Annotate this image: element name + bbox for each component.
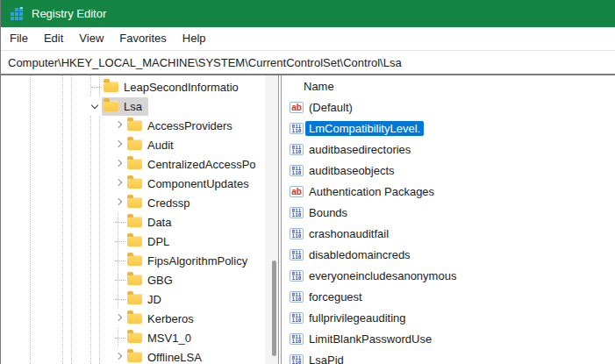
- binary-value-icon: 011110: [290, 123, 304, 134]
- tree-item-label: Lsa: [120, 99, 146, 114]
- menu-favorites[interactable]: Favorites: [111, 27, 174, 50]
- value-name-label: LimitBlankPasswordUse: [305, 332, 435, 346]
- tree-item-label: FipsAlgorithmPolicy: [144, 253, 251, 268]
- menu-help[interactable]: Help: [175, 27, 214, 50]
- tree-item-fipsalgorithmpolicy[interactable]: FipsAlgorithmPolicy: [1, 251, 278, 270]
- registry-value-forceguest[interactable]: 011110 forceguest: [282, 286, 615, 307]
- tree-item-componentupdates[interactable]: ComponentUpdates: [1, 174, 278, 193]
- value-name-label: LmCompatibilityLevel.: [305, 121, 424, 136]
- registry-value-fullprivilegeauditing[interactable]: 011110 fullprivilegeauditing: [282, 307, 615, 328]
- tree-item-msv1_0[interactable]: MSV1_0: [1, 328, 278, 347]
- window-title: Registry Editor: [32, 7, 106, 20]
- tree-item-jd[interactable]: JD: [1, 289, 278, 309]
- tree-chevron-icon[interactable]: [88, 96, 102, 116]
- value-name-label: everyoneincludesanonymous: [305, 268, 460, 283]
- tree-item-label: GBG: [144, 273, 176, 288]
- folder-icon: [127, 332, 142, 343]
- tree-item-offlinelsa[interactable]: OfflineLSA: [1, 347, 278, 364]
- value-name-label: Bounds: [305, 205, 351, 220]
- tree-chevron-icon[interactable]: [111, 328, 125, 347]
- tree-item-kerberos[interactable]: Kerberos: [1, 309, 278, 328]
- registry-value-everyoneincludesanonymous[interactable]: 011110 everyoneincludesanonymous: [282, 265, 615, 286]
- tree-item-dpl[interactable]: DPL: [1, 232, 278, 251]
- folder-icon: [127, 236, 142, 246]
- tree-chevron-icon[interactable]: [111, 309, 125, 328]
- tree-chevron-icon[interactable]: [111, 251, 125, 270]
- folder-icon: [127, 313, 142, 324]
- values-panel: Name ab (Default) 011110 LmCompatibility…: [281, 75, 615, 364]
- tree-scrollbar-track[interactable]: [265, 75, 278, 364]
- tree-item-centralizedaccesspo[interactable]: CentralizedAccessPo: [1, 154, 278, 174]
- binary-value-icon: 011110: [290, 228, 304, 239]
- value-name-label: auditbaseobjects: [305, 163, 398, 178]
- registry-value--default-[interactable]: ab (Default): [282, 96, 615, 118]
- registry-value-authentication-packages[interactable]: ab Authentication Packages: [282, 181, 615, 202]
- value-name-label: forceguest: [305, 289, 366, 304]
- tree-item-accessproviders[interactable]: AccessProviders: [1, 116, 278, 135]
- tree-item-label: OfflineLSA: [144, 350, 205, 364]
- string-value-icon: ab: [290, 186, 304, 197]
- registry-value-lsapid[interactable]: 011110 LsaPid: [282, 349, 615, 364]
- folder-icon: [127, 159, 142, 169]
- tree-chevron-icon[interactable]: [111, 154, 125, 174]
- value-name-label: Authentication Packages: [305, 184, 438, 199]
- menu-bar: FileEditViewFavoritesHelp: [1, 27, 615, 51]
- value-name-label: (Default): [305, 100, 356, 115]
- folder-icon: [127, 352, 142, 362]
- tree-item-credssp[interactable]: Credssp: [1, 193, 278, 212]
- tree-chevron-icon[interactable]: [111, 347, 125, 364]
- menu-edit[interactable]: Edit: [36, 27, 71, 50]
- registry-value-lmcompatibilitylevel-[interactable]: 011110 LmCompatibilityLevel.: [282, 118, 615, 139]
- title-bar: Registry Editor: [1, 0, 615, 27]
- registry-editor-window: Registry Editor FileEditViewFavoritesHel…: [0, 0, 615, 364]
- menu-file[interactable]: File: [2, 27, 36, 50]
- tree-chevron-icon[interactable]: [111, 289, 125, 309]
- registry-value-auditbasedirectories[interactable]: 011110 auditbasedirectories: [282, 139, 615, 160]
- value-name-label: fullprivilegeauditing: [305, 310, 410, 325]
- folder-icon: [127, 120, 142, 131]
- binary-value-icon: 011110: [290, 291, 304, 303]
- registry-value-crashonauditfail[interactable]: 011110 crashonauditfail: [282, 223, 615, 244]
- value-name-label: crashonauditfail: [305, 226, 392, 241]
- folder-icon: [127, 217, 142, 227]
- binary-value-icon: 011110: [290, 333, 304, 345]
- binary-value-icon: 011110: [290, 249, 304, 261]
- tree-chevron-icon[interactable]: [111, 174, 125, 193]
- tree: LeapSecondInformatio Lsa AccessProviders…: [1, 75, 278, 364]
- registry-value-auditbaseobjects[interactable]: 011110 auditbaseobjects: [282, 160, 615, 181]
- registry-app-icon: [10, 7, 24, 21]
- tree-item-data[interactable]: Data: [1, 212, 278, 232]
- registry-value-disabledomaincreds[interactable]: 011110 disabledomaincreds: [282, 244, 615, 265]
- tree-chevron-icon[interactable]: [111, 232, 125, 251]
- tree-item-label: MSV1_0: [144, 331, 195, 346]
- tree-scrollbar-thumb[interactable]: [272, 261, 276, 356]
- registry-value-bounds[interactable]: 011110 Bounds: [282, 202, 615, 223]
- address-bar: [1, 51, 615, 75]
- registry-value-limitblankpassworduse[interactable]: 011110 LimitBlankPasswordUse: [282, 328, 615, 349]
- tree-chevron-icon[interactable]: [111, 193, 125, 212]
- tree-item-label: CentralizedAccessPo: [144, 157, 260, 172]
- tree-item-lsa[interactable]: Lsa: [1, 96, 278, 116]
- address-input[interactable]: [1, 51, 615, 74]
- registry-tree-panel: LeapSecondInformatio Lsa AccessProviders…: [1, 75, 279, 364]
- folder-icon: [127, 294, 142, 304]
- value-list: ab (Default) 011110 LmCompatibilityLevel…: [282, 96, 615, 364]
- binary-value-icon: 011110: [290, 165, 304, 176]
- tree-item-label: Credssp: [144, 196, 193, 211]
- value-name-label: disabledomaincreds: [305, 247, 414, 262]
- tree-item-label: ComponentUpdates: [144, 176, 253, 191]
- tree-item-leapsecondinformatio[interactable]: LeapSecondInformatio: [1, 77, 278, 96]
- binary-value-icon: 011110: [290, 312, 304, 324]
- name-column-header[interactable]: Name: [282, 75, 615, 96]
- tree-item-audit[interactable]: Audit: [1, 135, 278, 154]
- tree-item-label: JD: [144, 292, 165, 307]
- tree-item-label: LeapSecondInformatio: [120, 80, 242, 95]
- tree-chevron-icon[interactable]: [111, 135, 125, 154]
- tree-chevron-icon[interactable]: [111, 212, 125, 232]
- tree-chevron-icon[interactable]: [111, 270, 125, 289]
- menu-view[interactable]: View: [71, 27, 111, 50]
- binary-value-icon: 011110: [290, 354, 304, 364]
- tree-chevron-icon[interactable]: [111, 116, 125, 135]
- tree-chevron-icon[interactable]: [88, 77, 102, 96]
- tree-item-gbg[interactable]: GBG: [1, 270, 278, 289]
